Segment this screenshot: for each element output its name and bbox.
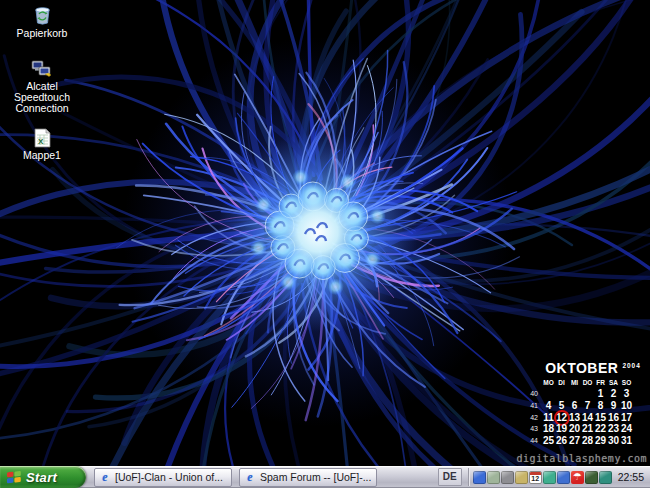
- task-label: Spam Forum -- [UoF]-...: [260, 471, 371, 483]
- language-indicator[interactable]: DE: [438, 468, 462, 486]
- calendar-day: 27: [568, 435, 581, 447]
- calendar-day-header: DO: [581, 378, 594, 388]
- windows-logo-icon: [6, 470, 22, 484]
- taskbar-clock[interactable]: 22:55: [618, 471, 644, 483]
- desktop: Papierkorb Alcatel Speedtouch Connection: [0, 0, 650, 466]
- calendar-day: 9: [607, 400, 620, 412]
- calendar-day: 26: [555, 435, 568, 447]
- calendar-corner: [527, 378, 542, 388]
- desktop-icon-label: Alcatel Speedtouch Connection: [2, 81, 82, 114]
- network-connection-icon: [2, 55, 82, 79]
- calendar-day-header: MO: [542, 378, 555, 388]
- calendar-day: [542, 388, 555, 400]
- calendar-day: 13: [568, 412, 581, 424]
- task-label: [UoF]-Clan - Union of...: [115, 471, 223, 483]
- calendar-day: 16: [607, 412, 620, 424]
- calendar-day: [581, 388, 594, 400]
- calendar-day: 14: [581, 412, 594, 424]
- calendar-month: OKTOBER: [545, 360, 618, 376]
- network-users-icon[interactable]: [557, 471, 570, 484]
- calendar-day: 31: [620, 435, 633, 447]
- antivir-umbrella-icon[interactable]: ☂: [571, 471, 584, 484]
- calendar-day: 29: [594, 435, 607, 447]
- desktop-icon-mappe1[interactable]: X Mappe1: [2, 124, 82, 161]
- desktop-icon-alcatel-speedtouch[interactable]: Alcatel Speedtouch Connection: [2, 55, 82, 114]
- calendar-day: 28: [581, 435, 594, 447]
- wallpaper-watermark: digitalblasphemy.com: [517, 453, 647, 464]
- calendar-day: 3: [620, 388, 633, 400]
- calendar-day: 4: [542, 400, 555, 412]
- desktop-icon-papierkorb[interactable]: Papierkorb: [2, 2, 82, 39]
- calendar-title: OKTOBER 2004: [537, 360, 649, 376]
- calendar-week-number: 42: [527, 412, 542, 424]
- taskbar-tasks: e [UoF]-Clan - Union of... e Spam Forum …: [94, 468, 377, 487]
- calendar-widget: OKTOBER 2004 MODIMIDOFRSASO4012341456789…: [527, 360, 649, 447]
- graphics-tool-icon[interactable]: [585, 471, 598, 484]
- tray-calendar-day: 12: [531, 475, 539, 482]
- calendar-grid: MODIMIDOFRSASO40123414567891042111213141…: [527, 378, 649, 447]
- desktop-icon-label: Mappe1: [2, 150, 82, 161]
- excel-file-icon: X: [2, 124, 82, 148]
- calendar-day: 18: [542, 423, 555, 435]
- desktop-icon-column: Papierkorb Alcatel Speedtouch Connection: [2, 2, 82, 170]
- calendar-day: 1: [594, 388, 607, 400]
- volume-icon[interactable]: [501, 471, 514, 484]
- system-tray: 12☂: [473, 471, 612, 484]
- spray-utility-icon[interactable]: [543, 471, 556, 484]
- calendar-day: 19: [555, 423, 568, 435]
- calendar-day: 23: [607, 423, 620, 435]
- start-button[interactable]: Start: [0, 466, 86, 488]
- umbrella-glyph: ☂: [573, 472, 582, 482]
- internet-explorer-icon: e: [244, 471, 256, 483]
- modem-icon[interactable]: [599, 471, 612, 484]
- calendar-week-number: 43: [527, 423, 542, 435]
- calendar-day-header: DI: [555, 378, 568, 388]
- desktop-icon-label: Papierkorb: [2, 28, 82, 39]
- calendar-day-header: FR: [594, 378, 607, 388]
- windows-messenger-icon[interactable]: [473, 471, 486, 484]
- calendar-day-header: SO: [620, 378, 633, 388]
- calendar-day: 22: [594, 423, 607, 435]
- calendar-week-number: 40: [527, 388, 542, 400]
- calendar-week-number: 41: [527, 400, 542, 412]
- calendar-day: 17: [620, 412, 633, 424]
- tray-calendar-icon[interactable]: 12: [529, 471, 542, 484]
- taskbar-task-spam-forum[interactable]: e Spam Forum -- [UoF]-...: [239, 468, 377, 487]
- tray-divider: [468, 468, 469, 486]
- calendar-day: 21: [581, 423, 594, 435]
- taskbar: Start e [UoF]-Clan - Union of... e Spam …: [0, 466, 650, 488]
- calendar-day: [568, 388, 581, 400]
- calendar-day: 6: [568, 400, 581, 412]
- calendar-day: 8: [594, 400, 607, 412]
- calendar-day: 30: [607, 435, 620, 447]
- calendar-year: 2004: [622, 362, 640, 369]
- start-label: Start: [26, 470, 57, 485]
- internet-explorer-icon: e: [99, 471, 111, 483]
- calendar-day-header: SA: [607, 378, 620, 388]
- taskbar-task-uof-clan[interactable]: e [UoF]-Clan - Union of...: [94, 468, 232, 487]
- calendar-week-number: 44: [527, 435, 542, 447]
- calendar-day: 2: [607, 388, 620, 400]
- calendar-day: 24: [620, 423, 633, 435]
- media-tool-icon[interactable]: [515, 471, 528, 484]
- calendar-day: 10: [620, 400, 633, 412]
- calendar-day: 12: [555, 412, 568, 424]
- calendar-day: 15: [594, 412, 607, 424]
- recycle-bin-icon: [2, 2, 82, 26]
- calendar-day: 25: [542, 435, 555, 447]
- calendar-day: 7: [581, 400, 594, 412]
- calendar-day-header: MI: [568, 378, 581, 388]
- scheduler-icon[interactable]: [487, 471, 500, 484]
- calendar-day: 20: [568, 423, 581, 435]
- calendar-day: [555, 388, 568, 400]
- svg-text:X: X: [38, 137, 44, 146]
